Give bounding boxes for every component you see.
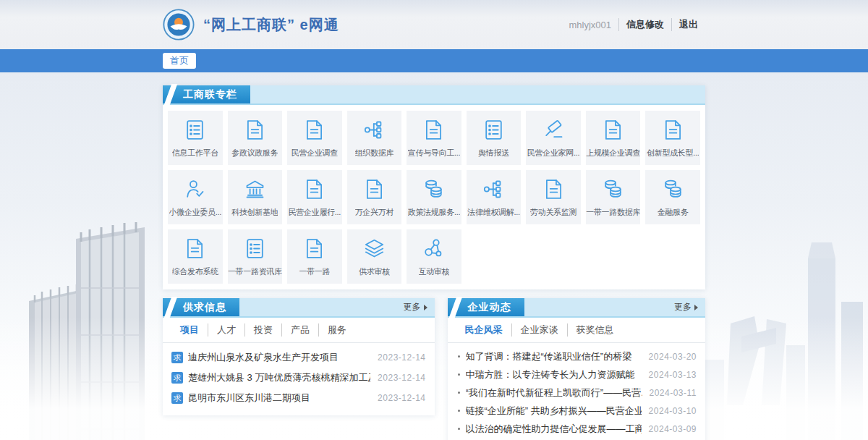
app-tile-icon xyxy=(422,177,446,201)
supply-panel-title: 供求信息 xyxy=(163,298,239,316)
news-more-link[interactable]: 更多 xyxy=(674,298,705,316)
app-tile-label: 金融服务 xyxy=(658,207,689,218)
app-tile[interactable]: 一带一路数据库 xyxy=(586,170,641,224)
app-tile-label: 一带一路 xyxy=(299,266,330,277)
supply-item-title: 迪庆州山泉水及矿泉水生产开发项目 xyxy=(188,351,370,364)
bullet-dot-icon xyxy=(458,428,460,430)
app-tile-icon xyxy=(243,237,267,261)
app-tile-label: 供求审核 xyxy=(359,266,390,277)
supply-list-item[interactable]: 求 昆明市东川区东川港二期项目 2023-12-14 xyxy=(171,388,426,408)
app-tile-icon xyxy=(302,177,326,201)
supply-list-item[interactable]: 求 楚雄州大姚县 3 万吨优质薄壳核桃精深加工及科... 2023-12-14 xyxy=(171,368,426,388)
app-tile[interactable]: 互动审核 xyxy=(407,229,461,284)
app-tile[interactable]: 舆情报送 xyxy=(467,111,522,165)
app-tile-label: 法律维权调解... xyxy=(467,207,519,218)
app-tile-icon xyxy=(661,177,685,201)
seek-badge: 求 xyxy=(171,352,183,363)
app-tile-label: 上规模企业调查 xyxy=(586,148,640,158)
more-arrow-icon xyxy=(424,305,427,310)
supply-tab[interactable]: 服务 xyxy=(318,323,355,337)
news-item-date: 2024-03-13 xyxy=(649,370,697,380)
supply-item-title: 楚雄州大姚县 3 万吨优质薄壳核桃精深加工及科... xyxy=(188,371,370,384)
news-tab[interactable]: 民企风采 xyxy=(456,323,511,337)
app-tile-icon xyxy=(243,118,267,142)
supply-demand-panel: 供求信息 更多 项目 人才 投资 产品 xyxy=(163,298,435,415)
supply-tab[interactable]: 产品 xyxy=(281,323,318,337)
nav-home-button[interactable]: 首页 xyxy=(163,53,196,69)
supply-item-title: 昆明市东川区东川港二期项目 xyxy=(188,392,370,405)
app-tile-label: 互动审核 xyxy=(419,266,450,277)
supply-tab[interactable]: 项目 xyxy=(171,323,208,337)
app-tile-icon xyxy=(542,118,566,142)
supply-panel-header: 供求信息 更多 xyxy=(163,298,435,318)
app-tile[interactable]: 科技创新基地 xyxy=(228,170,283,224)
news-panel-header: 企业动态 更多 xyxy=(448,298,706,318)
app-tile[interactable]: 金融服务 xyxy=(645,170,700,224)
app-tile-label: 劳动关系监测 xyxy=(530,207,576,218)
news-list-item[interactable]: 以法治的确定性助力提信心促发展——工商联... 2024-03-09 xyxy=(456,420,697,438)
app-tile-icon xyxy=(362,118,386,142)
news-item-date: 2024-03-20 xyxy=(649,352,697,362)
supply-list-item[interactable]: 求 迪庆州山泉水及矿泉水生产开发项目 2023-12-14 xyxy=(171,347,426,368)
logout-link[interactable]: 退出 xyxy=(671,18,705,31)
app-tile[interactable]: 创新型成长型... xyxy=(645,111,700,165)
app-tile[interactable]: 民营企业调查 xyxy=(287,111,342,165)
app-tile[interactable]: 参政议政服务 xyxy=(228,111,283,165)
app-tile-icon xyxy=(183,177,207,201)
app-tile-icon xyxy=(362,237,386,261)
app-tile-icon xyxy=(601,118,625,142)
news-item-date: 2024-03-10 xyxy=(649,406,697,416)
app-tile-label: 科技创新基地 xyxy=(231,207,278,218)
news-item-title: 以法治的确定性助力提信心促发展——工商联... xyxy=(466,423,642,436)
bullet-dot-icon xyxy=(458,392,460,394)
app-tile[interactable]: 小微企业委员... xyxy=(168,170,223,224)
app-tile[interactable]: 信息工作平台 xyxy=(168,111,223,165)
news-list-item[interactable]: 链接“企业所能” 共助乡村振兴——民营企业... 2024-03-10 xyxy=(456,402,697,420)
app-tile[interactable]: 上规模企业调查 xyxy=(586,111,641,165)
app-tile-label: 民营企业家网... xyxy=(527,148,579,158)
app-tile-label: 综合发布系统 xyxy=(172,266,218,277)
app-tile[interactable]: 万企兴万村 xyxy=(347,170,402,224)
news-tab[interactable]: 获奖信息 xyxy=(567,323,623,337)
news-list-item[interactable]: “我们在新时代新征程上凯歌而行”——民营... 2024-03-11 xyxy=(456,384,697,402)
seek-badge: 求 xyxy=(171,372,183,384)
site-logo xyxy=(163,9,195,41)
app-tile-icon xyxy=(302,237,326,261)
supply-more-link[interactable]: 更多 xyxy=(404,298,435,316)
app-tile[interactable]: 政策法规服务... xyxy=(407,170,461,224)
app-tile-icon xyxy=(362,177,386,201)
seek-badge: 求 xyxy=(171,392,183,404)
app-tile[interactable]: 综合发布系统 xyxy=(168,229,223,284)
app-tile[interactable]: 民营企业履行... xyxy=(287,170,342,224)
app-tile[interactable]: 宣传与导向工... xyxy=(407,111,461,165)
supply-tab[interactable]: 人才 xyxy=(208,323,244,337)
news-tab[interactable]: 企业家谈 xyxy=(511,323,567,337)
app-tile-label: 小微企业委员... xyxy=(169,207,221,218)
app-tile-icon xyxy=(482,177,506,201)
app-tile-icon xyxy=(601,177,625,201)
news-item-date: 2024-03-09 xyxy=(649,424,697,434)
enterprise-news-panel: 企业动态 更多 民企风采 企业家谈 获奖信息 xyxy=(448,298,706,440)
app-tile[interactable]: 民营企业家网... xyxy=(526,111,581,165)
supply-tab[interactable]: 投资 xyxy=(244,323,281,337)
supply-more-label: 更多 xyxy=(404,301,421,313)
news-list-item[interactable]: 中瑞方胜：以专注铸专长为人力资源赋能 2024-03-13 xyxy=(456,365,697,384)
news-panel-title: 企业动态 xyxy=(448,298,524,316)
app-tile[interactable]: 一带一路资讯库 xyxy=(228,229,283,284)
app-tile[interactable]: 一带一路 xyxy=(287,229,342,284)
app-tile[interactable]: 法律维权调解... xyxy=(467,170,522,224)
gszl-panel-title: 工商联专栏 xyxy=(163,85,250,103)
app-tile[interactable]: 组织数据库 xyxy=(347,111,402,165)
app-tile-label: 民营企业履行... xyxy=(289,207,341,218)
app-tile-label: 万企兴万村 xyxy=(355,207,394,218)
app-tile-icon xyxy=(243,177,267,201)
news-item-title: 中瑞方胜：以专注铸专长为人力资源赋能 xyxy=(466,368,642,381)
app-tile[interactable]: 供求审核 xyxy=(347,229,402,284)
modify-info-link[interactable]: 信息修改 xyxy=(618,18,671,31)
news-list-item[interactable]: 知了背调：搭建起“传递职业信任”的桥梁 2024-03-20 xyxy=(456,347,697,365)
app-tile[interactable]: 劳动关系监测 xyxy=(526,170,581,224)
news-item-date: 2024-03-11 xyxy=(650,388,697,398)
bullet-dot-icon xyxy=(458,355,460,358)
supply-item-date: 2023-12-14 xyxy=(378,393,425,403)
app-tile-icon xyxy=(482,118,506,142)
